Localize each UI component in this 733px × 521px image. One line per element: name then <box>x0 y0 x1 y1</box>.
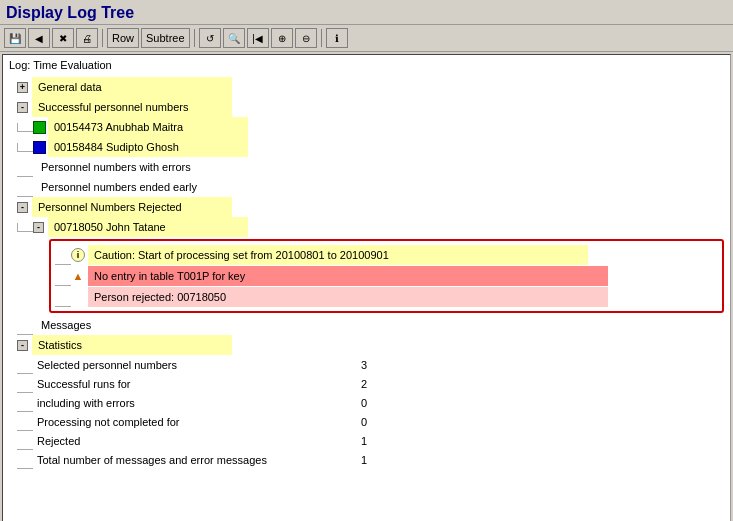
stats-rows: Selected personnel numbers 3 Successful … <box>9 355 724 469</box>
stat-label-1: Successful runs for <box>37 375 337 393</box>
expand-icon-rejected-person[interactable]: - <box>33 222 44 233</box>
first-button[interactable]: |◀ <box>247 28 269 48</box>
tree-row-person2[interactable]: 00158484 Sudipto Ghosh <box>9 137 724 157</box>
tree-row-successful[interactable]: - Successful personnel numbers <box>9 97 724 117</box>
rejected-connector <box>55 288 71 307</box>
expand-icon-rejected[interactable]: - <box>17 202 28 213</box>
stat-row-5: Total number of messages and error messa… <box>9 450 724 469</box>
rejected-person-row: Person rejected: 00718050 <box>55 287 718 307</box>
title-bar: Display Log Tree <box>0 0 733 25</box>
rejected-person-section: - 00718050 John Tatane <box>9 217 724 237</box>
main-content: Log: Time Evaluation + General data - Su… <box>2 54 731 521</box>
stat-row-3: Processing not completed for 0 <box>9 412 724 431</box>
save-button[interactable]: 💾 <box>4 28 26 48</box>
toolbar-separator-2 <box>194 29 195 47</box>
connector-person1 <box>17 123 33 132</box>
connector-errors <box>17 158 33 177</box>
tree-row-person1[interactable]: 00154473 Anubhab Maitra <box>9 117 724 137</box>
expand-all-button[interactable]: ⊕ <box>271 28 293 48</box>
stat-value-1: 2 <box>337 375 367 393</box>
stat-label-2: including with errors <box>37 394 337 412</box>
row-button[interactable]: Row <box>107 28 139 48</box>
toolbar: 💾 ◀ ✖ 🖨 Row Subtree ↺ 🔍 |◀ ⊕ ⊖ ℹ <box>0 25 733 52</box>
error-triangle-icon: ▲ <box>71 269 85 283</box>
connector-stat-2 <box>17 393 33 412</box>
tree-container: + General data - Successful personnel nu… <box>9 77 724 469</box>
connector-ended <box>17 178 33 197</box>
stat-row-0: Selected personnel numbers 3 <box>9 355 724 374</box>
tree-row-messages[interactable]: Messages <box>9 315 724 335</box>
stat-label-5: Total number of messages and error messa… <box>37 451 337 469</box>
stat-label-3: Processing not completed for <box>37 413 337 431</box>
tree-row-ended-early[interactable]: Personnel numbers ended early <box>9 177 724 197</box>
stat-value-2: 0 <box>337 394 367 412</box>
error-row: ▲ No entry in table T001P for key <box>55 266 718 286</box>
person1-icon <box>33 121 46 134</box>
toolbar-separator-3 <box>321 29 322 47</box>
stat-label-0: Selected personnel numbers <box>37 356 337 374</box>
person2-icon <box>33 141 46 154</box>
caution-label: Caution: Start of processing set from 20… <box>88 245 588 265</box>
node-label-rejected: Personnel Numbers Rejected <box>32 197 232 217</box>
collapse-all-button[interactable]: ⊖ <box>295 28 317 48</box>
connector-messages <box>17 316 33 335</box>
connector-stat-0 <box>17 355 33 374</box>
node-label-successful: Successful personnel numbers <box>32 97 232 117</box>
print-button[interactable]: 🖨 <box>76 28 98 48</box>
node-label-messages: Messages <box>37 315 95 335</box>
exit-button[interactable]: ✖ <box>52 28 74 48</box>
connector-person2 <box>17 143 33 152</box>
stat-label-4: Rejected <box>37 432 337 450</box>
connector-stat-5 <box>17 450 33 469</box>
node-label-statistics: Statistics <box>32 335 232 355</box>
stat-value-0: 3 <box>337 356 367 374</box>
tree-row-rejected-person[interactable]: - 00718050 John Tatane <box>9 217 248 237</box>
error-box: i Caution: Start of processing set from … <box>49 239 724 313</box>
tree-row-general-data[interactable]: + General data <box>9 77 724 97</box>
connector-rejected-person <box>17 223 33 232</box>
node-label-general-data: General data <box>32 77 232 97</box>
rejected-tree-col: - 00718050 John Tatane <box>9 217 248 237</box>
stat-row-4: Rejected 1 <box>9 431 724 450</box>
node-label-rejected-person: 00718050 John Tatane <box>48 217 248 237</box>
expand-icon-general[interactable]: + <box>17 82 28 93</box>
tree-row-statistics[interactable]: - Statistics <box>9 335 724 355</box>
stat-value-4: 1 <box>337 432 367 450</box>
tree-row-errors[interactable]: Personnel numbers with errors <box>9 157 724 177</box>
log-title: Log: Time Evaluation <box>9 59 724 71</box>
caution-row: i Caution: Start of processing set from … <box>55 245 718 265</box>
error-label: No entry in table T001P for key <box>88 266 608 286</box>
stat-value-5: 1 <box>337 451 367 469</box>
caution-connector <box>55 246 71 265</box>
stat-row-1: Successful runs for 2 <box>9 374 724 393</box>
error-connector <box>55 267 71 286</box>
refresh-button[interactable]: ↺ <box>199 28 221 48</box>
info-button[interactable]: ℹ <box>326 28 348 48</box>
subtree-button[interactable]: Subtree <box>141 28 190 48</box>
node-label-person1: 00154473 Anubhab Maitra <box>48 117 248 137</box>
toolbar-separator-1 <box>102 29 103 47</box>
rejected-label: Person rejected: 00718050 <box>88 287 608 307</box>
back-button[interactable]: ◀ <box>28 28 50 48</box>
tree-row-rejected[interactable]: - Personnel Numbers Rejected <box>9 197 724 217</box>
connector-stat-4 <box>17 431 33 450</box>
node-label-errors: Personnel numbers with errors <box>37 157 195 177</box>
search-button[interactable]: 🔍 <box>223 28 245 48</box>
expand-icon-statistics[interactable]: - <box>17 340 28 351</box>
stat-row-2: including with errors 0 <box>9 393 724 412</box>
caution-icon: i <box>71 248 85 262</box>
page-title: Display Log Tree <box>6 4 727 22</box>
expand-icon-successful[interactable]: - <box>17 102 28 113</box>
node-label-person2: 00158484 Sudipto Ghosh <box>48 137 248 157</box>
stat-value-3: 0 <box>337 413 367 431</box>
connector-stat-3 <box>17 412 33 431</box>
connector-stat-1 <box>17 374 33 393</box>
node-label-ended-early: Personnel numbers ended early <box>37 177 201 197</box>
